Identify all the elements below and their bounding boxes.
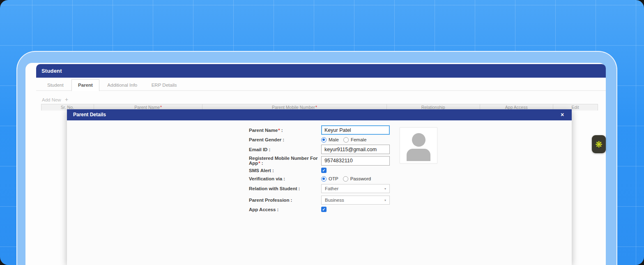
mobile-input[interactable] [321,156,390,166]
parent-gender-row: Parent Gender: Male Female [249,137,479,143]
add-new-button[interactable]: Add New + [42,96,68,103]
radio-selected-icon [321,137,327,143]
page-title: Student [41,68,62,74]
profession-label: Parent Profession: [249,198,321,203]
verification-password-radio[interactable]: Password [343,176,371,182]
email-label: Email ID: [249,147,321,152]
sms-alert-row: SMS Alert: ✓ [249,168,479,173]
gender-male-radio[interactable]: Male [321,137,339,143]
email-row: Email ID: [249,145,479,154]
tab-erp-details[interactable]: ERP Details [145,80,183,91]
tab-bar: Student Parent Additional Info ERP Detai… [36,79,606,91]
relation-select[interactable]: Father ▾ [321,184,390,193]
app-access-checkbox[interactable]: ✓ [321,207,327,212]
chevron-down-icon: ▾ [384,187,386,191]
relation-label: Relation with Student: [249,186,321,191]
floating-widget-button[interactable]: ❋ [592,135,606,153]
verification-otp-radio[interactable]: OTP [321,176,338,182]
parent-details-modal: Parent Details × Parent Name*: Parent Ge… [67,109,572,265]
window-title-bar: Student [36,64,606,78]
parent-name-label: Parent Name*: [249,128,321,133]
relation-row: Relation with Student: Father ▾ [249,184,479,193]
person-icon [412,133,426,147]
tab-additional-info[interactable]: Additional Info [101,80,143,91]
email-input[interactable] [321,145,390,154]
sms-alert-checkbox[interactable]: ✓ [321,168,327,173]
verification-label: Verification via: [249,176,321,181]
radio-unselected-icon [343,137,349,143]
profession-select[interactable]: Business ▾ [321,196,390,205]
sms-alert-label: SMS Alert: [249,168,321,173]
tab-parent[interactable]: Parent [71,79,99,91]
radio-unselected-icon [343,176,348,182]
plus-icon: + [65,96,68,103]
mobile-row: Registered Mobile Number For App*: [249,156,479,166]
chevron-down-icon: ▾ [384,198,386,202]
asterisk-icon: ❋ [595,140,603,149]
app-access-row: App Access: ✓ [249,207,479,212]
person-icon-body [407,149,430,161]
close-icon[interactable]: × [558,109,567,120]
parent-name-row: Parent Name*: [249,125,479,135]
add-new-label: Add New [42,97,61,102]
parent-name-input[interactable] [321,125,390,135]
gender-female-radio[interactable]: Female [343,137,366,143]
app-access-label: App Access: [249,207,321,212]
tab-student[interactable]: Student [41,80,70,91]
mobile-label: Registered Mobile Number For App*: [249,156,321,166]
parent-details-form: Parent Name*: Parent Gender: Male Female… [249,109,479,212]
radio-selected-icon [321,176,327,182]
page-background: Student Student Parent Additional Info E… [0,0,644,265]
parent-gender-label: Parent Gender: [249,137,321,142]
verification-row: Verification via: OTP Password [249,176,479,182]
profession-row: Parent Profession: Business ▾ [249,196,479,205]
parent-photo-placeholder[interactable] [400,127,437,164]
